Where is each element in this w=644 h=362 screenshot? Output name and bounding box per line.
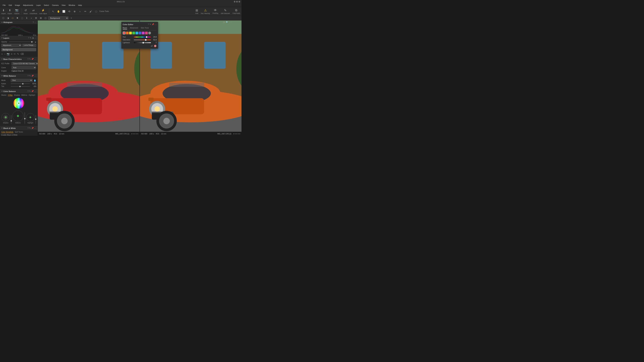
ce-edit-icon[interactable]: ✎ [150,23,151,25]
view-single[interactable]: ◻ [44,16,47,20]
color-balance-header[interactable]: ▼ Color Balance ? ✎ 📌 … [0,89,38,93]
menu-image[interactable]: Image [14,4,22,6]
swatch-red[interactable] [123,32,126,34]
wb-mode-select[interactable]: Shot [11,79,32,82]
wb-help-icon[interactable]: ? [28,75,28,77]
histogram-help-icon[interactable]: ? [33,21,34,23]
bc-edit-icon[interactable]: ✎ [29,58,31,60]
highlight-vert-thumb[interactable] [35,118,36,120]
layer-list-icon[interactable]: ≡ [11,53,12,55]
swatch-orange[interactable] [126,32,129,34]
ce-target-icon[interactable]: 🎯 [154,44,157,47]
cursor-tool-2[interactable]: ✋ [56,9,60,13]
copy-apply-button[interactable]: ⧉ Copy/Apply [232,8,240,14]
hue-slider[interactable] [134,37,151,37]
tool-icon-4[interactable]: ✸ [16,16,19,20]
cursor-tool-4[interactable]: ⟲ [67,9,71,13]
menu-edit[interactable]: Edit [8,4,13,6]
cb-tab-master[interactable]: Master [1,94,6,96]
opacity-icon[interactable]: ◒ [35,41,36,43]
cursor-tool-9[interactable]: ◌ [94,9,98,13]
histogram-header[interactable]: ▼ Histogram ? … [0,20,38,24]
tool-icon-6[interactable]: ℹ [25,16,28,20]
ce-pin-icon[interactable]: 📌 [152,23,154,25]
bw-tab-sensitivity[interactable]: Color Sensitivity [1,131,14,133]
bc-pin-icon[interactable]: 📌 [31,58,34,60]
tint-thumb[interactable] [19,86,21,87]
kelvin-slider[interactable] [11,83,30,84]
menu-select[interactable]: Select [42,4,50,6]
menu-layer[interactable]: Layer [35,4,42,6]
bw-header[interactable]: ▼ Black & White ? ✎ 📌 … [0,126,38,130]
cursor-tool-6[interactable]: ○ [78,9,82,13]
swatch-yellow[interactable] [129,32,132,34]
shadow-vert-thumb[interactable] [10,120,12,121]
layers-header[interactable]: ▼ Layers ? ✎ ◑ … [0,36,38,40]
zoom-icon[interactable]: 🔍 [226,21,228,23]
capture-button[interactable]: 📷 Capture [14,8,20,14]
bw-edit-icon[interactable]: ✎ [29,127,31,129]
reset-button[interactable]: ↺ Reset [24,8,28,14]
icc-select[interactable]: Canon EOS-M6 Mk2 Generic [12,62,38,65]
add-layer-icon[interactable]: + [1,53,3,55]
bw-more-icon[interactable]: … [34,127,36,129]
swatch-green[interactable] [132,32,135,34]
tool-icon-5[interactable]: ◌ [20,16,24,20]
exp-warning-button[interactable]: ⚠ Exp. Warning [201,8,210,14]
cursor-tool-8[interactable]: 🖌 [89,9,93,13]
ce-more-icon[interactable]: … [155,23,157,25]
layer-selector[interactable]: Background [48,16,68,20]
cb-tab-3way[interactable]: 3-Way [8,94,13,96]
tint-slider[interactable] [11,86,30,87]
ce-tab-skin[interactable]: Skin Tone [141,27,149,29]
layer-pen-icon[interactable]: ✏ [14,53,16,55]
maximize-button[interactable] [236,1,238,2]
master-color-wheel[interactable] [13,97,24,109]
swatch-blue[interactable] [139,32,142,34]
layers-edit-icon[interactable]: ✎ [30,37,31,39]
cb-tab-midtone[interactable]: Midtone [21,94,27,96]
bw-help-icon[interactable]: ? [28,127,28,129]
bw-tab-split[interactable]: Split Tones [15,131,23,133]
cb-pin-icon[interactable]: 📌 [31,90,34,92]
view-toggle[interactable]: ⊞ [39,16,42,20]
cb-edit-icon[interactable]: ✎ [29,90,31,92]
menu-view[interactable]: View [60,4,67,6]
wb-eyedropper-icon[interactable]: 💧 [34,79,36,82]
midtone-wheel[interactable] [12,110,24,122]
undo-redo-button[interactable]: ⇄ Undo/Redo [30,8,38,14]
ce-tab-advanced[interactable]: Advanced [130,27,138,29]
layers-more-icon[interactable]: … [34,37,36,39]
tool-icon-1[interactable]: ⬡ [1,16,5,20]
layer-photo-icon[interactable]: 📷 [7,53,10,55]
tool-icon-7[interactable]: ⭑ [30,16,33,20]
opacity-slider[interactable] [9,41,34,42]
grid-button[interactable]: ⊞ Grid [196,8,198,14]
cb-more-icon[interactable]: … [34,90,36,92]
kelvin-thumb[interactable] [22,83,24,84]
menu-file[interactable]: File [1,4,7,6]
curve-select[interactable]: Auto [12,66,36,69]
fit-label[interactable]: Fit [223,21,225,23]
export-button[interactable]: ⬆ Export [8,8,12,14]
layer-eraser-icon[interactable]: ⌫ [20,53,24,55]
menu-window[interactable]: Window [67,4,76,6]
wb-edit-icon[interactable]: ✎ [29,75,31,77]
adjustment-select[interactable]: Adjustment [1,44,22,47]
swatch-pink[interactable] [145,32,148,34]
wb-more-icon[interactable]: … [34,75,36,77]
bc-help-icon[interactable]: ? [28,58,28,60]
bc-more-icon[interactable]: … [34,58,36,60]
midtone-vert-thumb[interactable] [24,118,26,119]
cursor-tool-1[interactable]: ↖ [51,9,55,13]
menu-help[interactable]: Help [77,4,83,6]
layers-mask-icon[interactable]: ◑ [32,37,34,39]
wb-pin-icon[interactable]: 📌 [31,75,34,77]
cb-tab-highlight[interactable]: Highlight [29,94,35,96]
remove-layer-icon[interactable]: − [4,53,5,55]
swatch-purple[interactable] [142,32,144,34]
bw-pin-icon[interactable]: 📌 [31,127,34,129]
highlight-wheel[interactable] [26,113,35,122]
layer-brush-icon[interactable]: ✎ [17,53,19,55]
ce-help-icon[interactable]: ? [148,23,149,25]
